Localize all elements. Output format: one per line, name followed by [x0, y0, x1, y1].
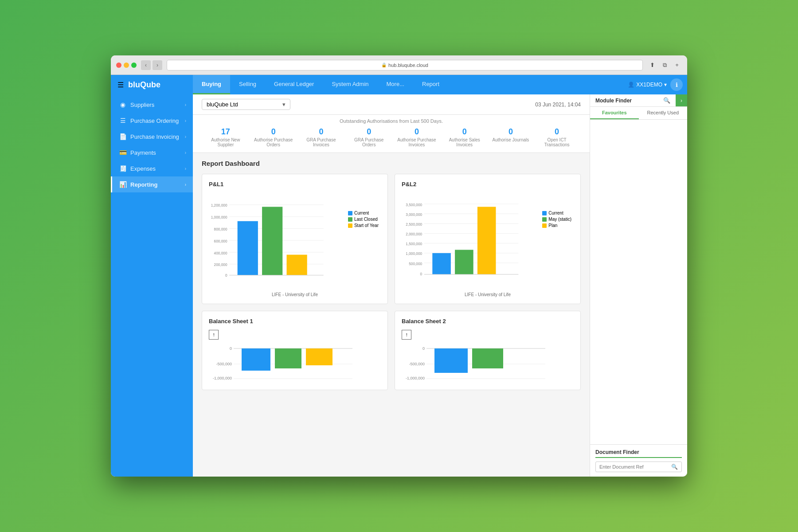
nav-tab-selling[interactable]: Selling — [230, 75, 265, 94]
charts-grid: P&L1 1,200,000 1,000,000 800,000 600,000 — [202, 174, 581, 390]
chart-pl2-xlabel: LIFE - University of Life — [402, 292, 574, 297]
new-tab-button[interactable]: + — [672, 60, 682, 70]
right-panel-content — [590, 120, 687, 444]
svg-rect-34 — [432, 253, 451, 274]
main-content: bluQube Ltd ▾ 03 Jun 2021, 14:04 Outstan… — [193, 94, 590, 477]
auth-items: 17 Authorise New Supplier 0 Authorise Pu… — [202, 127, 581, 147]
svg-rect-44 — [242, 348, 270, 371]
address-bar[interactable]: 🔒 hub.bluqube.cloud — [167, 60, 643, 70]
auth-item-0[interactable]: 17 Authorise New Supplier — [206, 127, 246, 147]
svg-text:0: 0 — [230, 346, 232, 351]
sidebar-item-suppliers[interactable]: ◉ Suppliers › — [111, 97, 193, 113]
share-button[interactable]: ⬆ — [647, 60, 657, 70]
balance2-expand-button[interactable]: ↑ — [402, 330, 411, 340]
auth-item-1[interactable]: 0 Authorise Purchase Orders — [254, 127, 293, 147]
svg-text:600,000: 600,000 — [214, 239, 227, 243]
nav-tab-report[interactable]: Report — [413, 75, 448, 94]
legend-item-current: Current — [348, 211, 379, 215]
sidebar-item-purchase-ordering[interactable]: ☰ Purchase Ordering › — [111, 113, 193, 129]
svg-rect-15 — [262, 207, 282, 275]
chart-pl1-area: 1,200,000 1,000,000 800,000 600,000 400,… — [209, 193, 381, 290]
sidebar-item-expenses[interactable]: 🧾 Expenses › — [111, 160, 193, 176]
svg-text:1,000,000: 1,000,000 — [211, 215, 227, 219]
dot-maximize[interactable] — [131, 63, 137, 68]
hamburger-icon[interactable]: ☰ — [117, 81, 124, 89]
module-finder-label: Module Finder — [595, 98, 632, 104]
auth-item-6[interactable]: 0 Authorise Journals — [492, 127, 529, 142]
company-selector[interactable]: bluQube Ltd ▾ — [202, 99, 290, 110]
chart-pl1-xlabel: LIFE - University of Life — [209, 292, 381, 297]
auth-label-2: GRA Purchase Invoices — [301, 137, 341, 147]
dot-minimize[interactable] — [124, 63, 129, 68]
balance1-expand-button[interactable]: ↑ — [209, 330, 219, 340]
tab-favourites[interactable]: Favourites — [590, 107, 639, 119]
sidebar-menu: ◉ Suppliers › ☰ Purchase Ordering › 📄 Pu… — [111, 94, 193, 477]
svg-rect-45 — [275, 348, 301, 368]
auth-label-3: GRA Purchase Orders — [349, 137, 389, 147]
doc-finder-label: Document Finder — [595, 449, 682, 458]
user-chevron-icon: ▾ — [664, 82, 667, 88]
tab-recently-used[interactable]: Recently Used — [639, 107, 688, 119]
chart-balance1: Balance Sheet 1 ↑ 0 -500,000 — [202, 311, 388, 390]
dropdown-arrow-icon: ▾ — [282, 101, 286, 108]
legend-item-start-of-year: Start of Year — [348, 223, 379, 228]
sidebar-label-purchase-ordering: Purchase Ordering — [130, 117, 185, 124]
legend-label-current: Current — [354, 211, 369, 215]
auth-count-7: 0 — [555, 127, 559, 137]
nav-right: 👤 XX1DEMO ▾ ℹ — [628, 75, 687, 94]
nav-tab-system-admin[interactable]: System Admin — [323, 75, 377, 94]
expenses-icon: 🧾 — [119, 165, 127, 172]
svg-text:3,500,000: 3,500,000 — [406, 203, 422, 207]
auth-item-7[interactable]: 0 Open ICT Transactions — [537, 127, 577, 147]
auth-count-4: 0 — [415, 127, 419, 137]
right-panel-header: Module Finder 🔍 › — [590, 94, 687, 107]
svg-text:200,000: 200,000 — [214, 262, 227, 267]
purchase-invoicing-icon: 📄 — [119, 133, 127, 140]
sidebar-label-payments: Payments — [130, 149, 185, 156]
url-text: hub.bluqube.cloud — [388, 63, 428, 68]
chart-pl2-svg: 3,500,000 3,000,000 2,500,000 2,000,000 … — [402, 193, 574, 290]
nav-tabs: Buying Selling General Ledger System Adm… — [193, 75, 628, 94]
svg-rect-46 — [306, 348, 332, 365]
sidebar-item-purchase-invoicing[interactable]: 📄 Purchase Invoicing › — [111, 129, 193, 145]
chart-balance2-title: Balance Sheet 2 — [402, 318, 574, 325]
user-badge[interactable]: 👤 XX1DEMO ▾ — [628, 82, 667, 88]
chart-balance1-title: Balance Sheet 1 — [209, 318, 381, 325]
svg-text:1,500,000: 1,500,000 — [406, 242, 422, 246]
sidebar-item-reporting[interactable]: 📊 Reporting › — [111, 176, 193, 192]
auth-label-6: Authorise Journals — [492, 137, 529, 142]
legend-item-plan: Plan — [542, 223, 571, 228]
forward-button[interactable]: › — [153, 60, 162, 70]
svg-text:2,000,000: 2,000,000 — [406, 232, 422, 236]
nav-tab-more[interactable]: More... — [378, 75, 413, 94]
sidebar-label-suppliers: Suppliers — [130, 102, 185, 108]
svg-text:-500,000: -500,000 — [409, 362, 425, 366]
panel-collapse-button[interactable]: › — [676, 94, 687, 106]
info-button[interactable]: ℹ — [670, 78, 683, 91]
nav-tab-general-ledger[interactable]: General Ledger — [265, 75, 323, 94]
copy-button[interactable]: ⧉ — [660, 60, 669, 70]
svg-rect-36 — [477, 207, 496, 274]
auth-count-0: 17 — [221, 127, 230, 137]
browser-chrome: ‹ › 🔒 hub.bluqube.cloud ⬆ ⧉ + — [111, 55, 687, 75]
sidebar-item-payments[interactable]: 💳 Payments › — [111, 145, 193, 160]
username: XX1DEMO — [636, 82, 662, 88]
legend-dot-start-of-year — [348, 223, 352, 228]
svg-text:3,000,000: 3,000,000 — [406, 212, 422, 217]
svg-rect-54 — [472, 348, 503, 368]
chart-pl1-svg: 1,200,000 1,000,000 800,000 600,000 400,… — [209, 193, 381, 290]
brand-area: ☰ bluQube — [111, 75, 193, 94]
auth-item-4[interactable]: 0 Authorise Purchase Invoices — [397, 127, 437, 147]
legend-dot-may — [542, 217, 547, 222]
svg-rect-35 — [455, 250, 473, 274]
auth-item-3[interactable]: 0 GRA Purchase Orders — [349, 127, 389, 147]
doc-finder-input[interactable] — [599, 464, 669, 469]
legend-dot-current-2 — [542, 211, 547, 215]
auth-item-5[interactable]: 0 Authorise Sales Invoices — [445, 127, 485, 147]
legend-item-last-closed: Last Closed — [348, 217, 379, 222]
dot-close[interactable] — [116, 63, 121, 68]
back-button[interactable]: ‹ — [141, 60, 151, 70]
auth-item-2[interactable]: 0 GRA Purchase Invoices — [301, 127, 341, 147]
browser-window: ‹ › 🔒 hub.bluqube.cloud ⬆ ⧉ + ☰ bluQube — [111, 55, 687, 477]
nav-tab-buying[interactable]: Buying — [193, 75, 230, 94]
